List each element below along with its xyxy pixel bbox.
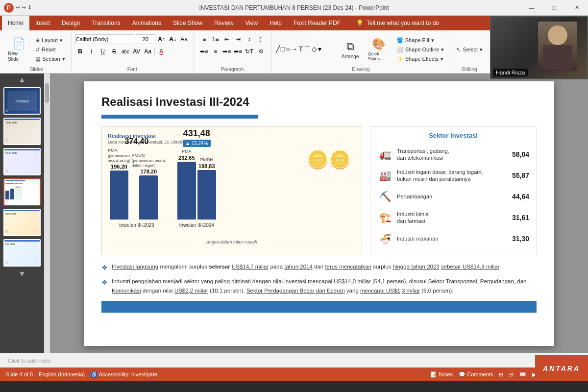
quick-styles-button[interactable]: 🎨 Quick Styles xyxy=(366,35,392,64)
shape-effects-icon: ✨ xyxy=(396,56,403,62)
arrow-shape[interactable]: → xyxy=(291,45,298,54)
decrease-indent-button[interactable]: ⇤ xyxy=(222,34,232,44)
slide-thumb-4[interactable]: Realisasi Investasi Sector 4 xyxy=(3,178,41,206)
smart-art-button[interactable]: ⟲ xyxy=(256,47,266,56)
font-name-input[interactable] xyxy=(75,34,134,44)
slide-thumb-2[interactable]: Table slide 2 xyxy=(3,118,41,145)
comments-button[interactable]: 💬 Comments xyxy=(459,371,493,378)
tab-insert[interactable]: Insert xyxy=(29,16,56,30)
slide-thumb-5[interactable]: Data slide 5 xyxy=(3,209,41,236)
align-center-button[interactable]: ≡ xyxy=(211,47,220,56)
notes-button[interactable]: 📝 Notes xyxy=(430,371,453,378)
section-button[interactable]: ▤ Section ▾ xyxy=(33,55,67,63)
growth-badge: ▲ 15,24% xyxy=(183,140,211,147)
notes-bar[interactable]: Click to add notes xyxy=(0,353,588,368)
pma-2024-value: 232,65 xyxy=(178,155,195,161)
shadow-button[interactable]: abc xyxy=(121,47,130,56)
pmdn-2023-bar xyxy=(139,175,158,220)
bars-2024: PMA 232,65 PMDN 198,83 xyxy=(177,149,216,220)
slide-thumb-1[interactable]: Investasi 1 xyxy=(3,87,41,115)
tab-home[interactable]: Home xyxy=(2,16,29,30)
diamond-shape[interactable]: ◇ xyxy=(312,45,317,54)
scroll-down-button[interactable]: ▼ xyxy=(18,270,26,278)
oval-shape[interactable]: ○ xyxy=(286,45,290,54)
desc-item-1: ❖ Industri pengolahan menjadi sektor yan… xyxy=(101,277,537,295)
arrange-button[interactable]: ⧉ Arrange xyxy=(338,35,363,64)
shape-effects-button[interactable]: ✨ Shape Effects▾ xyxy=(394,55,446,63)
layout-icon: ⊞ xyxy=(35,37,40,44)
text-direction-button[interactable]: ↻T xyxy=(245,47,254,56)
panel-scrollbar[interactable] xyxy=(44,74,50,353)
slide-num-2: 2 xyxy=(5,138,8,143)
font-case-button[interactable]: Aa xyxy=(143,47,153,56)
font-size-input[interactable] xyxy=(136,34,155,44)
justify-button[interactable]: ⬌≡ xyxy=(233,47,243,56)
bold-button[interactable]: B xyxy=(75,47,85,56)
close-button[interactable]: ✕ xyxy=(565,0,588,15)
char-spacing-button[interactable]: AV xyxy=(132,47,142,56)
underline-button[interactable]: U xyxy=(98,47,108,56)
person-body xyxy=(543,45,572,70)
line-shape[interactable]: ╱ xyxy=(276,45,280,54)
text-box[interactable]: T xyxy=(299,45,303,54)
tab-animations[interactable]: Animations xyxy=(126,16,167,30)
curve-shape[interactable]: ⌒ xyxy=(304,45,311,54)
tab-help[interactable]: Help xyxy=(264,16,288,30)
clear-format-button[interactable]: Aa xyxy=(179,34,189,44)
webcam-background: Handi Risza xyxy=(491,17,587,78)
tab-foxit[interactable]: Foxit Reader PDF xyxy=(288,16,346,30)
italic-button[interactable]: I xyxy=(87,47,97,56)
more-shapes[interactable]: ▾ xyxy=(318,45,321,54)
slide-footer-bar xyxy=(101,301,537,313)
tab-slideshow[interactable]: Slide Show xyxy=(167,16,208,30)
accessibility-indicator: ♿ Accessibility: Investigate xyxy=(91,371,157,378)
comments-icon: 💬 xyxy=(459,371,466,377)
tab-view[interactable]: View xyxy=(239,16,264,30)
maximize-button[interactable]: □ xyxy=(543,0,565,15)
rect-shape[interactable]: □ xyxy=(281,45,285,54)
line-spacing-button[interactable]: ↕ xyxy=(245,34,254,44)
notes-placeholder[interactable]: Click to add notes xyxy=(8,358,50,364)
minimize-button[interactable]: — xyxy=(520,0,543,15)
align-right-button[interactable]: ➡≡ xyxy=(222,47,232,56)
desc-bullet-1: ❖ xyxy=(101,277,108,295)
decrease-font-button[interactable]: A↓ xyxy=(168,34,178,44)
columns-button[interactable]: ⫿ xyxy=(256,34,266,44)
shape-fill-button[interactable]: 🪣 Shape Fill▾ xyxy=(394,36,446,45)
scroll-up-button[interactable]: ▲ xyxy=(18,75,26,84)
desc-item-0: ❖ Investasi langsung mengalami surplus s… xyxy=(101,262,537,273)
drawing-group-label: Drawing xyxy=(352,67,370,73)
sector-title: Sektor investasi xyxy=(375,132,531,139)
tab-review[interactable]: Review xyxy=(208,16,239,30)
shape-outline-button[interactable]: ⬜ Shape Outline▾ xyxy=(394,46,446,54)
pmdn-2024-small-label: PMDN xyxy=(200,157,214,162)
pmdn-2023-bar-group: PMDN(penanaman modaldalam negeri) 178,20 xyxy=(132,153,166,220)
sector-icon-0: 🚛 xyxy=(377,147,393,162)
tab-design[interactable]: Design xyxy=(56,16,86,30)
number-list-button[interactable]: 1≡ xyxy=(211,34,220,44)
slide-thumb-6[interactable]: Info slide 6 xyxy=(3,239,41,267)
new-slide-button[interactable]: 📄 New Slide xyxy=(6,35,31,64)
slide-thumb-3[interactable]: Chart slide 3 xyxy=(3,148,41,175)
select-button[interactable]: ↖ Select▾ xyxy=(454,46,485,54)
view-slide-sorter-button[interactable]: ⊟ xyxy=(509,371,514,378)
font-color-button[interactable]: A̲ xyxy=(156,47,166,56)
reset-button[interactable]: ↺ Reset xyxy=(33,46,67,54)
view-reading-button[interactable]: 📖 xyxy=(519,371,526,378)
slide-counter: Slide 4 of 8 xyxy=(6,371,33,377)
tell-me-bar[interactable]: 💡 Tell me what you want to do xyxy=(356,20,439,26)
tab-transitions[interactable]: Transitions xyxy=(86,16,126,30)
slide-title: Realisasi Investasi III-2024 xyxy=(101,95,537,109)
sector-row-0: 🚛 Transportasi, gudang,dan telekomunikas… xyxy=(375,144,531,165)
font-row-2: B I U S abc AV Aa A̲ xyxy=(75,47,166,56)
layout-button[interactable]: ⊞ Layout ▾ xyxy=(33,36,67,45)
window-controls[interactable]: — □ ✕ xyxy=(520,0,588,15)
view-normal-button[interactable]: ⊞ xyxy=(499,371,503,378)
strikethrough-button[interactable]: S xyxy=(109,47,119,56)
increase-font-button[interactable]: A↑ xyxy=(157,34,167,44)
increase-indent-button[interactable]: ⇥ xyxy=(233,34,243,44)
align-left-button[interactable]: ⬅≡ xyxy=(199,47,209,56)
scrollbar-thumb[interactable] xyxy=(45,83,49,103)
pma-2023-bar-group: PMA(penanamanmodal asing) 196,20 xyxy=(108,148,130,220)
bullet-list-button[interactable]: ≡ xyxy=(199,34,209,44)
